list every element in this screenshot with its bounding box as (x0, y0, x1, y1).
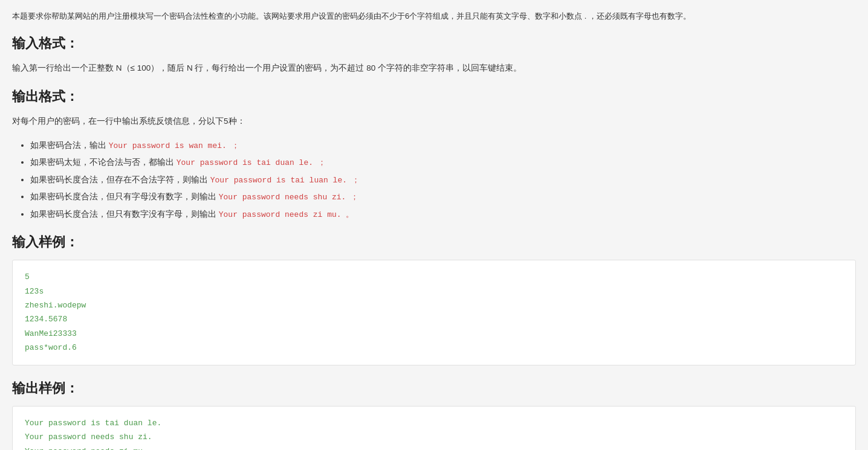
input-example-title: 输入样例： (12, 231, 856, 252)
rule-item-3: 如果密码长度合法，但存在不合法字符，则输出 Your password is t… (30, 173, 856, 187)
input-format-title: 输入格式： (12, 33, 856, 54)
output-format-title: 输出格式： (12, 86, 856, 107)
input-example-block: 5 123s zheshi.wodepw 1234.5678 WanMei233… (12, 260, 856, 365)
rule-code-1: Your password is wan mei. ； (109, 141, 239, 150)
rule-code-2: Your password is tai duan le. ； (177, 158, 326, 167)
rule-code-4: Your password needs shu zi. ； (219, 193, 358, 202)
output-rules-list: 如果密码合法，输出 Your password is wan mei. ；如果密… (12, 138, 856, 222)
input-format-body: 输入第一行给出一个正整数 N（≤ 100），随后 N 行，每行给出一个用户设置的… (12, 61, 856, 76)
rule-item-4: 如果密码长度合法，但只有字母没有数字，则输出 Your password nee… (30, 190, 856, 204)
output-example-title: 输出样例： (12, 378, 856, 399)
rule-item-1: 如果密码合法，输出 Your password is wan mei. ； (30, 138, 856, 153)
output-format-body: 对每个用户的密码，在一行中输出系统反馈信息，分以下5种： (12, 114, 856, 129)
rule-item-5: 如果密码长度合法，但只有数字没有字母，则输出 Your password nee… (30, 207, 856, 222)
intro-text: 本题要求你帮助某网站的用户注册模块写一个密码合法性检查的小功能。该网站要求用户设… (12, 10, 856, 23)
rule-code-5: Your password needs zi mu. 。 (219, 210, 354, 219)
rule-item-2: 如果密码太短，不论合法与否，都输出 Your password is tai d… (30, 155, 856, 170)
output-example-block: Your password is tai duan le. Your passw… (12, 406, 856, 450)
rule-code-3: Your password is tai luan le. ； (210, 176, 360, 185)
